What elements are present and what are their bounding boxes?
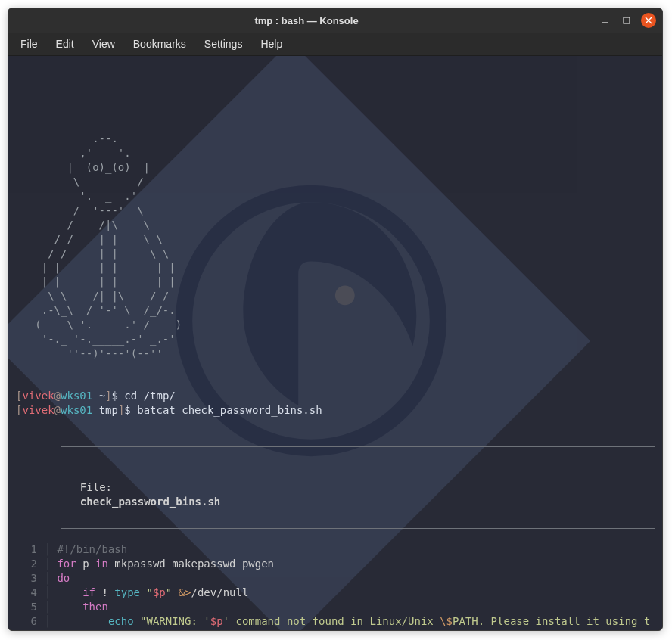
minimize-button[interactable]: [599, 14, 612, 27]
bat-file-label: File:: [80, 481, 112, 493]
menu-edit[interactable]: Edit: [48, 36, 82, 52]
terminal[interactable]: .--. ,' '. | (o)_(o) | \ / '. _ .' / '--…: [8, 56, 662, 630]
menu-bookmarks[interactable]: Bookmarks: [126, 36, 194, 52]
menu-view[interactable]: View: [85, 36, 123, 52]
close-button[interactable]: [641, 13, 656, 28]
bat-filename: check_password_bins.sh: [80, 496, 220, 508]
menu-help[interactable]: Help: [253, 36, 290, 52]
menu-settings[interactable]: Settings: [197, 36, 250, 52]
window-title: tmp : bash — Konsole: [14, 15, 599, 26]
konsole-window: tmp : bash — Konsole File Edit View Book…: [8, 8, 663, 631]
bat-top-rule: [61, 446, 655, 447]
menubar: File Edit View Bookmarks Settings Help: [8, 33, 662, 56]
maximize-button[interactable]: [620, 14, 633, 27]
prompt-lines: [vivek@wks01 ~]$ cd /tmp/[vivek@wks01 tm…: [16, 389, 655, 418]
window-controls: [599, 13, 656, 28]
bat-file-header: File: check_password_bins.sh: [16, 461, 655, 514]
bat-mid-rule: [61, 528, 655, 529]
svg-rect-1: [624, 17, 630, 23]
titlebar[interactable]: tmp : bash — Konsole: [8, 8, 662, 33]
menu-file[interactable]: File: [13, 36, 45, 52]
ascii-art: .--. ,' '. | (o)_(o) | \ / '. _ .' / '--…: [16, 132, 655, 360]
bat-body: 1│#!/bin/bash2│for p in mkpasswd makepas…: [16, 542, 655, 630]
